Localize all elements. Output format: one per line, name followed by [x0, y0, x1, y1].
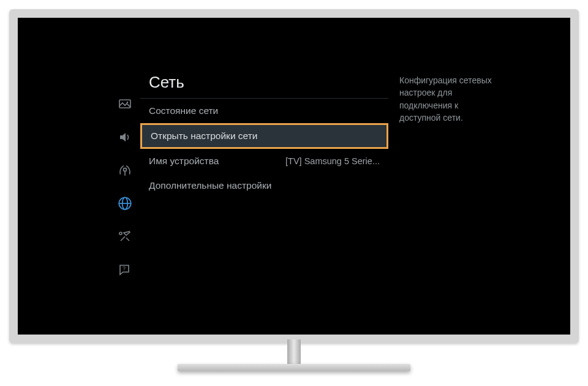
- tv-frame: ? Сеть Состояние сети Открыть настройки …: [9, 9, 579, 343]
- menu-item-open-network-settings[interactable]: Открыть настройки сети: [140, 123, 388, 149]
- svg-text:?: ?: [123, 265, 126, 271]
- svg-point-1: [127, 102, 129, 104]
- menu-item-label: Состояние сети: [149, 105, 218, 116]
- menu-item-label: Имя устройства: [149, 156, 219, 167]
- tv-stand: [178, 339, 410, 371]
- settings-panel: ? Сеть Состояние сети Открыть настройки …: [110, 73, 502, 278]
- picture-icon[interactable]: [117, 96, 133, 112]
- menu-item-label: Открыть настройки сети: [151, 131, 257, 142]
- network-icon[interactable]: [117, 195, 133, 211]
- menu-item-expert-settings[interactable]: Дополнительные настройки: [140, 173, 388, 198]
- settings-category-rail: ?: [110, 73, 140, 278]
- broadcast-icon[interactable]: [117, 162, 133, 178]
- sound-icon[interactable]: [117, 129, 133, 145]
- menu-item-label: Дополнительные настройки: [149, 180, 271, 191]
- system-icon[interactable]: [117, 229, 133, 244]
- settings-menu: Сеть Состояние сети Открыть настройки се…: [140, 73, 388, 278]
- menu-description: Конфигурация сетевых настроек для подклю…: [388, 73, 499, 278]
- menu-title: Сеть: [140, 73, 388, 99]
- menu-item-network-status[interactable]: Состояние сети: [140, 99, 388, 123]
- menu-item-value: [TV] Samsung 5 Serie...: [285, 156, 380, 166]
- svg-point-2: [124, 168, 127, 171]
- menu-item-device-name[interactable]: Имя устройства [TV] Samsung 5 Serie...: [140, 149, 388, 173]
- svg-point-7: [119, 232, 122, 235]
- support-icon[interactable]: ?: [117, 262, 133, 278]
- tv-screen: ? Сеть Состояние сети Открыть настройки …: [18, 18, 570, 335]
